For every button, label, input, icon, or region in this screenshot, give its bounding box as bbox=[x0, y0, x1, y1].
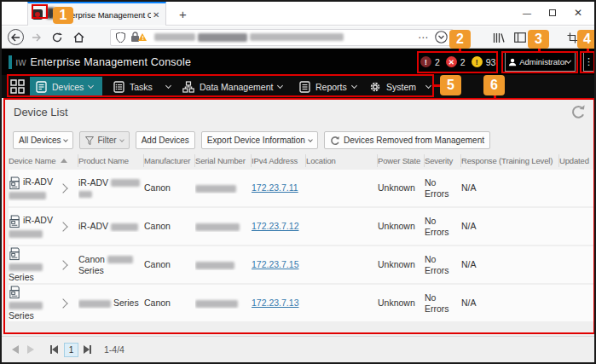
export-device-info-button[interactable]: Export Device Information bbox=[201, 131, 318, 149]
redacted-text bbox=[9, 230, 43, 238]
refresh-icon[interactable] bbox=[569, 103, 587, 121]
panel-title: Device List bbox=[14, 106, 68, 118]
redacted-smudge bbox=[47, 8, 55, 19]
column-header[interactable]: Severity bbox=[425, 154, 461, 167]
expand-row-icon[interactable] bbox=[58, 260, 67, 269]
pagination: 1 1-4/4 bbox=[2, 336, 594, 362]
device-row[interactable]: SeriesCanon SeriesCanon172.23.7.15Unknow… bbox=[9, 246, 594, 285]
redacted-text bbox=[195, 185, 236, 193]
device-toolbar: All Devices Filter Add Devices Export De… bbox=[13, 131, 490, 149]
menu-icon[interactable] bbox=[588, 32, 596, 44]
forward-button[interactable] bbox=[32, 33, 41, 42]
data-management-icon bbox=[182, 81, 194, 93]
redacted-text bbox=[9, 192, 46, 199]
nav-system[interactable]: System bbox=[363, 77, 437, 96]
library-icon[interactable] bbox=[493, 32, 505, 43]
redacted-text bbox=[195, 300, 238, 308]
reports-icon bbox=[299, 81, 310, 93]
back-button[interactable] bbox=[8, 29, 24, 45]
column-header[interactable]: Serial Number bbox=[195, 154, 252, 167]
column-header[interactable]: Location bbox=[306, 154, 378, 167]
column-header[interactable]: IPv4 Address bbox=[252, 154, 306, 167]
nav-devices[interactable]: Devices bbox=[30, 77, 102, 96]
shield-icon bbox=[116, 32, 125, 43]
user-menu[interactable]: Administrator bbox=[505, 52, 576, 72]
browser-window: iW Enterprise Management Co ✕ + — ✕ ! bbox=[0, 0, 596, 364]
redacted-text bbox=[78, 300, 111, 308]
sidebar-icon[interactable] bbox=[514, 32, 526, 43]
tab-close-icon[interactable]: ✕ bbox=[153, 10, 159, 20]
first-page-button[interactable] bbox=[50, 345, 58, 354]
reload-button[interactable] bbox=[52, 32, 62, 43]
current-page[interactable]: 1 bbox=[64, 343, 78, 357]
app-title: Enterprise Management Console bbox=[31, 56, 192, 68]
devices-removed-button[interactable]: Devices Removed from Management bbox=[324, 131, 490, 149]
expand-row-icon[interactable] bbox=[58, 183, 67, 193]
screenshot-icon[interactable] bbox=[567, 32, 578, 43]
home-button[interactable] bbox=[73, 32, 84, 43]
column-header[interactable]: Device Name bbox=[9, 154, 78, 167]
tab-bar: iW Enterprise Management Co ✕ + — ✕ bbox=[2, 2, 594, 26]
favicon-redacted bbox=[32, 9, 43, 20]
minimize-button[interactable]: — bbox=[523, 9, 531, 18]
column-header[interactable]: Manufacturer bbox=[144, 154, 195, 167]
redacted-text bbox=[9, 263, 43, 271]
pocket-icon[interactable] bbox=[435, 31, 448, 43]
printer-icon bbox=[9, 286, 20, 299]
app-header: ıw Enterprise Management Console !2✕2!93… bbox=[2, 49, 594, 75]
ip-address-link[interactable]: 172.23.7.13 bbox=[252, 298, 298, 308]
maximize-button[interactable] bbox=[549, 9, 556, 16]
ip-address-link[interactable]: 172.23.7.12 bbox=[252, 221, 298, 231]
page-range: 1-4/4 bbox=[104, 344, 124, 355]
prev-page-button[interactable] bbox=[2, 345, 19, 354]
add-devices-button[interactable]: Add Devices bbox=[136, 131, 195, 149]
devices-icon bbox=[36, 81, 47, 93]
nav-tasks[interactable]: Tasks bbox=[107, 77, 176, 96]
redacted-text bbox=[195, 223, 240, 231]
main-nav: Devices Tasks Data Management Reports Sy… bbox=[2, 75, 594, 98]
device-scope-dropdown[interactable]: All Devices bbox=[13, 131, 73, 149]
redacted-text bbox=[78, 191, 92, 198]
expand-row-icon[interactable] bbox=[58, 298, 67, 308]
dashboard-grid-icon[interactable] bbox=[10, 79, 25, 94]
ip-address-link[interactable]: 172.23.7.11 bbox=[252, 182, 298, 193]
printer-icon bbox=[9, 215, 20, 228]
nav-data-management[interactable]: Data Management bbox=[176, 77, 288, 96]
url-bar[interactable]: ! ⋯ bbox=[110, 29, 454, 46]
nav-reports[interactable]: Reports bbox=[293, 77, 362, 96]
redacted-text bbox=[111, 223, 138, 231]
connection-error-count: 2 bbox=[460, 57, 466, 67]
expand-row-icon[interactable] bbox=[58, 222, 67, 231]
sort-asc-icon bbox=[61, 159, 67, 163]
new-tab-button[interactable]: + bbox=[179, 7, 187, 21]
device-row[interactable]: Series SeriesCanon172.23.7.13UnknownNoEr… bbox=[9, 285, 594, 323]
printer-icon bbox=[9, 176, 20, 190]
column-header[interactable]: Response (Training Level) bbox=[461, 154, 559, 167]
logo-iw: ıw bbox=[15, 56, 26, 68]
lock-warning-icon: ! bbox=[130, 32, 148, 43]
redacted-text bbox=[107, 256, 133, 263]
device-error-count: 2 bbox=[435, 57, 440, 67]
column-header[interactable]: Product Name bbox=[78, 154, 144, 167]
printer-icon bbox=[9, 247, 20, 261]
svg-text:!: ! bbox=[142, 35, 144, 41]
column-header[interactable]: Power State bbox=[378, 154, 425, 167]
page-actions-icon[interactable]: ⋯ bbox=[418, 32, 428, 43]
device-row[interactable]: iR-ADViR-ADV Canon172.23.7.11UnknownNoEr… bbox=[9, 170, 594, 208]
system-gear-icon bbox=[369, 81, 381, 93]
more-menu[interactable]: ⋮ bbox=[583, 52, 594, 72]
redacted-text bbox=[195, 262, 234, 269]
last-page-button[interactable] bbox=[84, 345, 91, 354]
ip-address-link[interactable]: 172.23.7.15 bbox=[252, 259, 298, 269]
warning-count: 93 bbox=[486, 57, 496, 67]
next-page-button[interactable] bbox=[19, 345, 34, 354]
device-row[interactable]: iR-ADViR-ADV Canon172.23.7.12UnknownNoEr… bbox=[9, 208, 594, 246]
redacted-text bbox=[9, 302, 43, 309]
column-header[interactable]: Updated bbox=[559, 154, 596, 167]
recycle-icon bbox=[330, 136, 340, 146]
close-button[interactable]: ✕ bbox=[574, 7, 582, 19]
table-header: Device NameProduct NameManufacturerSeria… bbox=[9, 154, 594, 170]
redacted-text bbox=[111, 179, 140, 187]
alert-summary[interactable]: !2✕2!93 bbox=[420, 56, 501, 67]
filter-button[interactable]: Filter bbox=[79, 131, 129, 149]
